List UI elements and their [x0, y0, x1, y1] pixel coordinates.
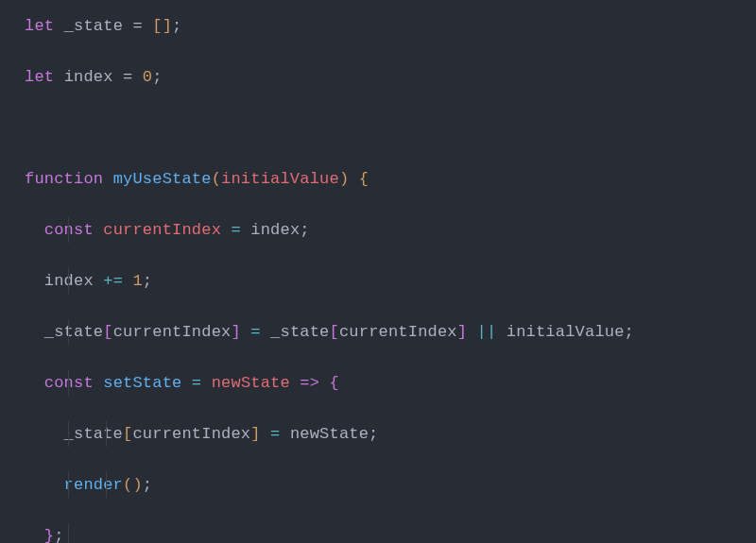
- identifier: _state: [64, 17, 123, 35]
- code-line: const currentIndex = index;: [25, 217, 756, 243]
- code-line: let index = 0;: [25, 64, 756, 90]
- code-line: _state[currentIndex] = newState;: [25, 421, 756, 447]
- code-line: function myUseState(initialValue) {: [25, 166, 756, 192]
- keyword-function: function: [25, 170, 103, 188]
- keyword-let: let: [25, 17, 54, 35]
- code-line: index += 1;: [25, 268, 756, 294]
- code-editor[interactable]: let _state = []; let index = 0; function…: [0, 0, 756, 543]
- code-line: render();: [25, 472, 756, 498]
- code-line: const setState = newState => {: [25, 370, 756, 396]
- function-name: myUseState: [113, 170, 212, 188]
- code-line: [25, 115, 756, 141]
- code-line: let _state = [];: [25, 13, 756, 39]
- code-line: };: [25, 523, 756, 543]
- code-line: _state[currentIndex] = _state[currentInd…: [25, 319, 756, 345]
